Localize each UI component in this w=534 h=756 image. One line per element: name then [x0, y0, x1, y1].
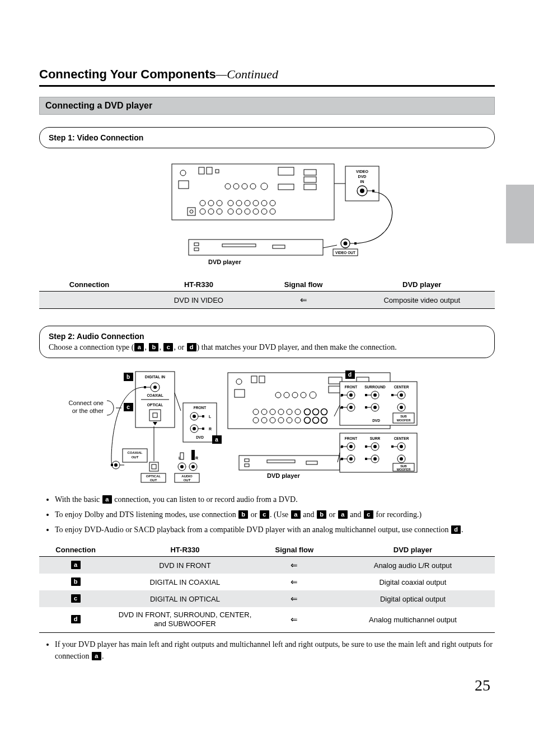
svg-rect-86	[202, 428, 204, 430]
svg-text:R: R	[340, 406, 343, 410]
svg-text:OPTICAL: OPTICAL	[146, 475, 161, 478]
svg-text:AUDIO: AUDIO	[181, 475, 193, 478]
t1r1c2: DVD IN VIDEO	[139, 292, 258, 309]
svg-line-221	[175, 393, 181, 411]
svg-text:COAXIAL: COAXIAL	[147, 393, 163, 397]
chip-a-4: a	[338, 510, 348, 519]
t1h3: Signal flow	[258, 278, 349, 292]
svg-rect-43	[372, 190, 374, 192]
svg-text:COAXIAL: COAXIAL	[128, 451, 143, 454]
b2m4: or	[327, 510, 338, 519]
t2h2: HT-R330	[112, 543, 257, 557]
chip-d: d	[187, 343, 196, 351]
svg-text:CENTER: CENTER	[394, 385, 409, 389]
b2m5: and	[348, 510, 363, 519]
t2r0c1: a	[39, 557, 112, 574]
b2m3: and	[301, 510, 316, 519]
b2m1: or	[249, 510, 259, 519]
svg-text:OUT: OUT	[132, 456, 139, 459]
svg-point-195	[373, 445, 377, 448]
svg-rect-113	[191, 450, 195, 460]
t2r1c3: ⇐	[258, 574, 331, 590]
svg-point-172	[400, 406, 403, 409]
svg-text:WOOFER: WOOFER	[397, 468, 411, 471]
svg-text:DIGITAL IN: DIGITAL IN	[145, 375, 165, 379]
svg-rect-165	[391, 394, 394, 396]
t2h4: DVD player	[331, 543, 495, 557]
step1-diagram: VIDEO DVD IN DVD player VIDEO OUT	[110, 158, 424, 270]
t2chip3: d	[71, 615, 81, 623]
t1r1c1	[39, 292, 139, 309]
step2-sub: Choose a connection type (a, b, c, or d)…	[49, 343, 485, 352]
t2chip2: c	[71, 594, 81, 603]
tail-bullet: If your DVD player has main left and rig…	[55, 638, 495, 662]
t2r1c4: Digital coaxial output	[331, 574, 495, 590]
t1r1c3: ⇐	[258, 292, 349, 309]
svg-text:SUB: SUB	[400, 415, 407, 418]
svg-point-84	[193, 427, 196, 430]
svg-text:VIDEO: VIDEO	[356, 170, 368, 173]
title-rule	[39, 85, 495, 87]
svg-point-206	[349, 457, 353, 461]
t2h3: Signal flow	[258, 543, 331, 557]
step2-pill: Step 2: Audio Connection Choose a connec…	[39, 326, 495, 358]
step1-table: Connection HT-R330 Signal flow DVD playe…	[39, 278, 495, 308]
svg-text:DVD: DVD	[372, 419, 380, 422]
page: Connecting Your Components—Continued Con…	[0, 0, 534, 756]
s2sp1: Choose a connection type (	[49, 343, 134, 351]
page-number: 25	[475, 677, 490, 694]
svg-text:b: b	[127, 374, 130, 380]
b2q: for recording.)	[374, 510, 421, 519]
t2r2c1: c	[39, 590, 112, 607]
svg-text:CENTER: CENTER	[394, 436, 409, 440]
svg-text:DVD: DVD	[358, 175, 367, 179]
svg-rect-65	[144, 386, 146, 388]
svg-point-197	[400, 445, 403, 448]
b1q: connection, you can listen to or record …	[113, 495, 298, 504]
svg-text:SURR: SURR	[370, 436, 381, 440]
svg-text:R: R	[340, 458, 343, 461]
svg-point-210	[400, 457, 403, 461]
svg-point-155	[349, 393, 353, 397]
chip-a: a	[134, 343, 144, 351]
svg-point-41	[360, 189, 364, 193]
t2r0c3: ⇐	[258, 557, 331, 574]
svg-text:L: L	[340, 394, 343, 397]
svg-text:R: R	[209, 427, 212, 431]
t1h2: HT-R330	[139, 278, 258, 292]
step1-pill: Step 1: Video Connection	[39, 127, 495, 148]
svg-point-193	[349, 445, 353, 448]
svg-text:L: L	[209, 415, 212, 419]
t2r3c4: Analog multichannel output	[331, 607, 495, 632]
bullet-2: To enjoy Dolby and DTS listening modes, …	[55, 509, 495, 520]
svg-rect-214	[365, 458, 367, 460]
chip-b: b	[149, 343, 158, 351]
svg-rect-101	[149, 462, 158, 471]
svg-point-107	[180, 465, 184, 468]
t2r0c4: Analog audio L/R output	[331, 557, 495, 574]
svg-point-208	[373, 457, 377, 461]
t2r1c2: DIGITAL IN COAXIAL	[112, 574, 257, 590]
s2sm3: , or	[174, 343, 186, 351]
t1h4: DVD player	[349, 278, 495, 292]
svg-point-95	[114, 463, 118, 467]
b3p: To enjoy DVD-Audio or SACD playback from…	[55, 525, 451, 534]
t1h1: Connection	[39, 278, 139, 292]
svg-rect-102	[152, 464, 156, 469]
b2m2: . (Use	[270, 510, 291, 519]
chip-a-3: a	[291, 510, 301, 519]
svg-point-109	[191, 465, 195, 468]
svg-text:WOOFER: WOOFER	[397, 419, 411, 422]
s2sm1: ,	[144, 343, 148, 351]
svg-point-157	[373, 393, 377, 397]
svg-text:R: R	[195, 456, 198, 460]
chip-d-2: d	[451, 525, 461, 534]
svg-rect-45	[189, 240, 323, 255]
step1-title: Step 1: Video Connection	[49, 133, 143, 142]
t2chip0: a	[71, 561, 81, 569]
step2-title: Step 2: Audio Connection	[49, 332, 144, 341]
svg-point-170	[373, 406, 377, 409]
t1r1c4: Composite video output	[349, 292, 495, 309]
svg-text:DVD player: DVD player	[208, 259, 241, 265]
svg-text:d: d	[348, 372, 352, 378]
